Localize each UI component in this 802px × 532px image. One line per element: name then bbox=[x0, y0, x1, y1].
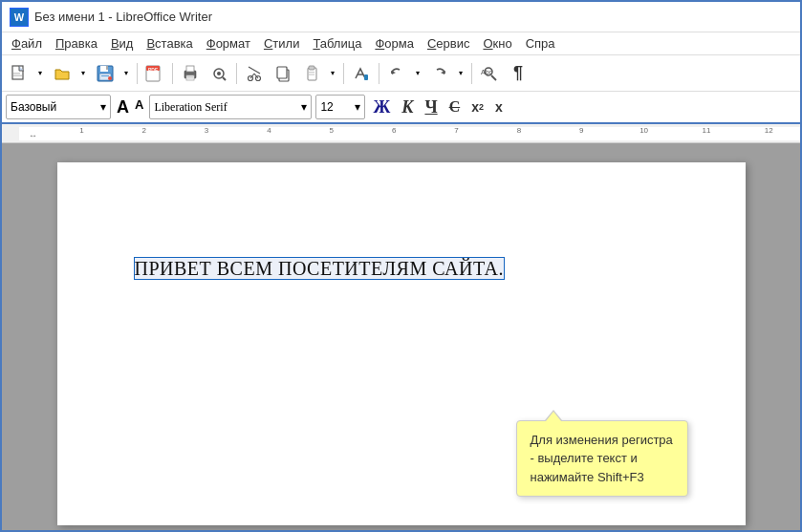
svg-rect-31 bbox=[309, 72, 314, 73]
svg-rect-17 bbox=[187, 76, 193, 77]
ruler-mark-7: 7 bbox=[454, 126, 458, 135]
document-page[interactable]: ПРИВЕТ ВСЕМ ПОСЕТИТЕЛЯМ САЙТА. Для измен… bbox=[57, 162, 746, 525]
menu-bar: Файл Правка Вид Вставка Формат Стили Таб… bbox=[2, 32, 800, 55]
save-dropdown[interactable]: ▾ bbox=[119, 60, 133, 87]
sep6 bbox=[471, 63, 472, 84]
new-dropdown[interactable]: ▾ bbox=[33, 60, 47, 87]
font-decrease-button[interactable]: A bbox=[133, 97, 145, 117]
redo-button[interactable] bbox=[426, 60, 453, 87]
svg-rect-28 bbox=[277, 67, 287, 78]
svg-rect-7 bbox=[106, 66, 108, 70]
pdf-button[interactable]: PDF bbox=[141, 60, 168, 87]
app-icon: W bbox=[10, 8, 29, 27]
print-button[interactable] bbox=[177, 60, 204, 87]
svg-rect-32 bbox=[309, 74, 314, 74]
copy-button[interactable] bbox=[270, 60, 296, 87]
paste-group: ▾ bbox=[298, 60, 339, 87]
cut-button[interactable] bbox=[241, 60, 268, 87]
menu-window[interactable]: Окно bbox=[477, 34, 517, 53]
formatting-marks-button[interactable]: ¶ bbox=[505, 60, 531, 87]
menu-insert[interactable]: Вставка bbox=[141, 34, 198, 53]
font-size-buttons: A A bbox=[115, 97, 145, 117]
save-group: ▾ bbox=[92, 60, 133, 87]
strikethrough-button[interactable]: С bbox=[445, 96, 465, 117]
window-title: Без имени 1 - LibreOffice Writer bbox=[34, 10, 212, 24]
bold-button[interactable]: Ж bbox=[369, 96, 394, 119]
svg-text:Abc: Abc bbox=[481, 69, 493, 75]
tooltip-arrow bbox=[546, 412, 561, 421]
ruler-inner: ↔ 1 2 3 4 5 6 7 8 9 10 11 12 bbox=[19, 127, 800, 140]
menu-edit[interactable]: Правка bbox=[50, 34, 103, 53]
main-toolbar: ▾ ▾ ▾ PDF ▾ bbox=[2, 55, 800, 92]
sep5 bbox=[379, 63, 379, 84]
ruler-mark-8: 8 bbox=[517, 126, 521, 135]
svg-point-10 bbox=[108, 76, 112, 80]
menu-styles[interactable]: Стили bbox=[258, 34, 305, 53]
superscript-button[interactable]: x2 bbox=[467, 97, 488, 117]
paste-dropdown[interactable]: ▾ bbox=[326, 60, 339, 87]
paste-button[interactable] bbox=[298, 60, 325, 87]
svg-text:PDF: PDF bbox=[148, 67, 158, 73]
font-family-dropdown[interactable]: Liberation Serif ▾ bbox=[149, 95, 312, 119]
menu-tools[interactable]: Сервис bbox=[422, 34, 476, 53]
size-dropdown-arrow: ▾ bbox=[355, 100, 360, 114]
new-button[interactable] bbox=[6, 60, 33, 87]
undo-button[interactable] bbox=[383, 60, 410, 87]
tooltip-box: Для изменения регистра - выделите текст … bbox=[516, 420, 688, 498]
tooltip-wrapper: Для изменения регистра - выделите текст … bbox=[516, 420, 688, 498]
ruler-mark-12: 12 bbox=[765, 126, 773, 135]
save-button[interactable] bbox=[92, 60, 119, 87]
clone-button[interactable] bbox=[348, 60, 375, 87]
open-button[interactable] bbox=[49, 60, 76, 87]
ruler-mark-10: 10 bbox=[639, 126, 648, 135]
open-group: ▾ bbox=[49, 60, 90, 87]
subscript-button[interactable]: x bbox=[491, 97, 507, 117]
svg-rect-18 bbox=[187, 77, 193, 78]
menu-table[interactable]: Таблица bbox=[307, 34, 367, 53]
sep3 bbox=[236, 63, 237, 84]
format-bar: Базовый ▾ A A Liberation Serif ▾ 12 ▾ Ж … bbox=[2, 92, 800, 124]
italic-button[interactable]: К bbox=[398, 96, 417, 119]
ruler-mark-6: 6 bbox=[392, 126, 396, 135]
preview-button[interactable] bbox=[206, 60, 232, 87]
ruler-mark-3: 3 bbox=[205, 126, 208, 135]
ruler-mark-11: 11 bbox=[703, 126, 711, 135]
svg-rect-15 bbox=[186, 66, 194, 72]
ruler-mark-9: 9 bbox=[579, 126, 583, 135]
redo-dropdown[interactable]: ▾ bbox=[454, 60, 467, 87]
title-bar: W Без имени 1 - LibreOffice Writer bbox=[2, 2, 800, 32]
sep1 bbox=[137, 63, 138, 84]
style-dropdown-arrow: ▾ bbox=[100, 100, 106, 114]
ruler-mark-4: 4 bbox=[267, 126, 271, 135]
menu-help[interactable]: Спра bbox=[520, 34, 561, 53]
tooltip-text: Для изменения регистра - выделите текст … bbox=[531, 433, 673, 484]
menu-file[interactable]: Файл bbox=[6, 34, 48, 53]
ruler-mark-5: 5 bbox=[330, 126, 334, 135]
paragraph-style-dropdown[interactable]: Базовый ▾ bbox=[6, 95, 111, 119]
ruler-left-margin: ↔ bbox=[29, 131, 37, 140]
underline-button[interactable]: Ч bbox=[421, 96, 441, 119]
text-formatting-buttons: Ж К Ч С x2 x bbox=[369, 96, 506, 119]
new-group: ▾ bbox=[6, 60, 47, 87]
menu-view[interactable]: Вид bbox=[105, 34, 140, 53]
search-button[interactable]: Abc bbox=[476, 60, 503, 87]
svg-rect-33 bbox=[364, 74, 368, 80]
font-dropdown-arrow: ▾ bbox=[301, 100, 307, 114]
ruler: ↔ 1 2 3 4 5 6 7 8 9 10 11 12 bbox=[2, 124, 800, 143]
font-increase-button[interactable]: A bbox=[115, 97, 131, 117]
document-area: ПРИВЕТ ВСЕМ ПОСЕТИТЕЛЯМ САЙТА. Для измен… bbox=[2, 143, 800, 532]
open-dropdown[interactable]: ▾ bbox=[76, 60, 90, 87]
font-size-dropdown[interactable]: 12 ▾ bbox=[315, 95, 365, 119]
document-text[interactable]: ПРИВЕТ ВСЕМ ПОСЕТИТЕЛЯМ САЙТА. bbox=[134, 257, 506, 280]
sep2 bbox=[172, 63, 173, 84]
svg-point-20 bbox=[217, 72, 221, 75]
menu-format[interactable]: Формат bbox=[201, 34, 256, 53]
menu-form[interactable]: Форма bbox=[369, 34, 420, 53]
svg-line-21 bbox=[223, 77, 226, 80]
undo-dropdown[interactable]: ▾ bbox=[411, 60, 424, 87]
sep4 bbox=[343, 63, 344, 84]
undo-group: ▾ bbox=[383, 60, 424, 87]
svg-rect-30 bbox=[309, 66, 314, 70]
ruler-mark-1: 1 bbox=[79, 126, 83, 135]
svg-text:W: W bbox=[14, 11, 25, 23]
